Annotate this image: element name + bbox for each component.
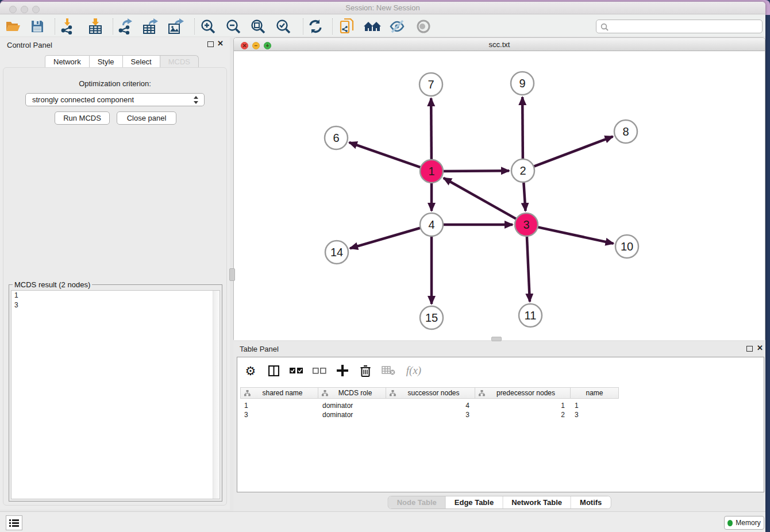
delete-table-button[interactable] — [381, 362, 396, 379]
tab-style[interactable]: Style — [90, 55, 123, 68]
deselect-all-button[interactable] — [312, 362, 327, 379]
graph-node-label-14: 14 — [330, 246, 343, 259]
search-input[interactable] — [611, 21, 759, 32]
search-icon — [600, 23, 609, 31]
table-row[interactable]: 3 dominator 3 2 3 — [240, 410, 619, 419]
close-panel-button[interactable]: Close panel — [117, 111, 176, 125]
import-network-button[interactable] — [58, 18, 78, 35]
table-column-headers: shared name MCDS role successor nodes pr… — [240, 387, 619, 399]
column-header-predecessor-nodes[interactable]: predecessor nodes — [475, 387, 571, 399]
export-network-button[interactable] — [116, 18, 135, 35]
tab-node-table[interactable]: Node Table — [388, 496, 446, 508]
cell-name[interactable]: 3 — [571, 410, 619, 419]
trash-icon — [360, 365, 371, 377]
mcds-result-textarea[interactable]: 1 3 — [11, 290, 220, 499]
cell-successor-nodes[interactable]: 3 — [386, 410, 475, 419]
graph-edge-1-2[interactable] — [441, 171, 509, 171]
zoom-selected-button[interactable] — [274, 18, 293, 35]
cell-name[interactable]: 1 — [571, 401, 619, 410]
graph-edge-1-7[interactable] — [431, 98, 432, 161]
column-type-icon — [322, 390, 328, 396]
clone-network-button[interactable] — [337, 18, 357, 35]
search-field[interactable] — [596, 20, 763, 33]
export-image-button[interactable] — [166, 18, 186, 35]
cell-shared-name[interactable]: 3 — [240, 410, 318, 419]
table-panel-title: Table Panel — [240, 345, 279, 353]
control-panel-header: Control Panel ✕ — [0, 37, 230, 53]
memory-label: Memory — [736, 519, 760, 527]
graph-node-label-2: 2 — [519, 164, 526, 177]
first-neighbors-button[interactable] — [363, 18, 382, 35]
add-column-button[interactable] — [335, 362, 350, 379]
result-line: 3 — [11, 300, 220, 310]
graph-edge-3-1[interactable] — [444, 178, 518, 220]
columns-icon — [268, 365, 279, 376]
table-settings-button[interactable]: ⚙ — [243, 362, 258, 379]
close-panel-icon[interactable]: ✕ — [217, 39, 224, 48]
canvas-splitter-handle[interactable] — [491, 337, 502, 341]
zoom-in-button[interactable] — [198, 18, 218, 35]
import-table-button[interactable] — [86, 18, 105, 35]
refresh-button[interactable] — [306, 18, 325, 35]
tab-motifs[interactable]: Motifs — [571, 496, 610, 508]
tab-mcds[interactable]: MCDS — [160, 55, 199, 68]
criterion-dropdown-value: strongly connected component — [32, 95, 134, 104]
cell-shared-name[interactable]: 1 — [240, 401, 318, 410]
control-panel-title: Control Panel — [7, 41, 52, 49]
graph-edge-1-6[interactable] — [349, 142, 422, 168]
zoom-selected-icon — [276, 19, 291, 34]
cell-predecessor-nodes[interactable]: 1 — [475, 401, 571, 410]
table-row[interactable]: 1 dominator 4 1 1 — [240, 401, 619, 410]
float-panel-icon[interactable] — [207, 41, 214, 47]
run-mcds-button[interactable]: Run MCDS — [55, 111, 110, 125]
export-table-button[interactable] — [141, 18, 160, 35]
save-session-button[interactable] — [28, 18, 47, 35]
import-table-icon — [88, 18, 102, 34]
tab-edge-table[interactable]: Edge Table — [446, 496, 503, 508]
select-all-button[interactable] — [289, 362, 304, 379]
cell-mcds-role[interactable]: dominator — [318, 401, 386, 410]
network-graph: 7968124314101511 — [234, 51, 765, 340]
graph-edge-4-14[interactable] — [350, 228, 422, 249]
cell-mcds-role[interactable]: dominator — [318, 410, 386, 419]
panel-splitter-handle[interactable] — [229, 268, 235, 281]
graph-edge-3-11[interactable] — [527, 234, 530, 302]
task-history-button[interactable] — [6, 515, 22, 530]
column-header-successor-nodes[interactable]: successor nodes — [386, 387, 475, 399]
split-view-button[interactable] — [266, 362, 281, 379]
column-header-name[interactable]: name — [571, 387, 619, 399]
titlebar: Session: New Session — [0, 2, 765, 14]
delete-column-button[interactable] — [358, 362, 373, 379]
tab-network-table[interactable]: Network Table — [503, 496, 571, 508]
float-table-panel-icon[interactable] — [746, 346, 753, 352]
status-bar: Memory — [0, 511, 765, 532]
zoom-out-button[interactable] — [224, 18, 243, 35]
cell-predecessor-nodes[interactable]: 2 — [475, 410, 571, 419]
zoom-in-icon — [201, 19, 215, 34]
graph-edge-2-3[interactable] — [523, 180, 525, 211]
column-header-mcds-role[interactable]: MCDS role — [318, 387, 386, 399]
export-image-icon — [168, 18, 184, 34]
graph-edge-2-8[interactable] — [532, 137, 613, 167]
graph-node-label-3: 3 — [523, 218, 529, 231]
zoom-fit-button[interactable] — [248, 18, 268, 35]
dropdown-spinner-icon — [194, 96, 199, 104]
table-panel-header: Table Panel ✕ — [233, 342, 765, 356]
show-all-button[interactable] — [414, 18, 433, 35]
network-canvas[interactable]: 7968124314101511 — [234, 51, 765, 340]
column-header-shared-name[interactable]: shared name — [240, 387, 318, 399]
tab-select[interactable]: Select — [123, 55, 160, 68]
hide-selected-button[interactable] — [388, 18, 407, 35]
graph-edge-2-9[interactable] — [522, 97, 523, 161]
cell-successor-nodes[interactable]: 4 — [386, 401, 475, 410]
criterion-dropdown[interactable]: strongly connected component — [25, 93, 205, 106]
export-table-icon — [143, 18, 158, 34]
result-scrollbar[interactable] — [213, 291, 220, 499]
open-session-button[interactable] — [3, 18, 23, 35]
function-builder-button[interactable]: f(x) — [404, 362, 424, 379]
memory-button[interactable]: Memory — [724, 516, 764, 530]
graph-edge-3-10[interactable] — [536, 227, 614, 244]
network-window-title: scc.txt — [234, 40, 765, 49]
close-table-panel-icon[interactable]: ✕ — [757, 344, 763, 352]
tab-network[interactable]: Network — [45, 55, 90, 68]
